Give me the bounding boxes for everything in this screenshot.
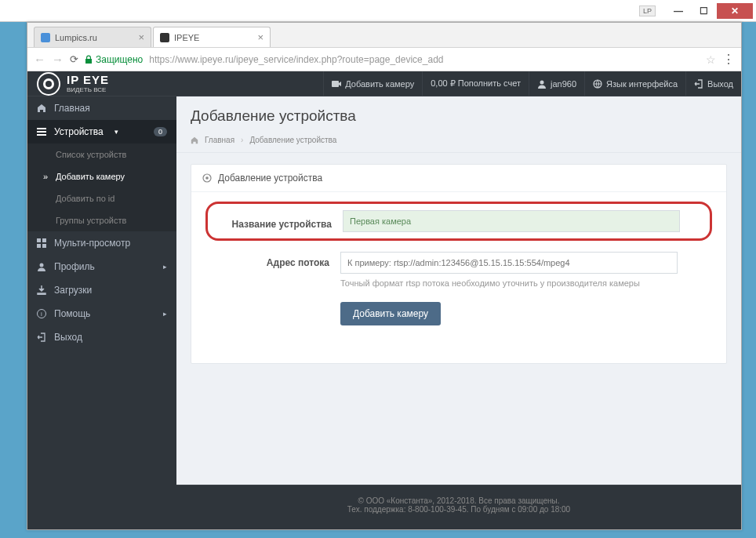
breadcrumb: Главная › Добавление устройства	[176, 131, 741, 153]
home-icon	[191, 136, 198, 144]
url-text[interactable]: https://www.ipeye.ru/ipeye_service/index…	[149, 54, 700, 65]
logo-icon	[37, 72, 60, 96]
svg-point-11	[205, 176, 209, 180]
content-area: Добавление устройства Главная › Добавлен…	[176, 96, 741, 529]
sidebar-item-add-by-id[interactable]: Добавить по id	[27, 187, 176, 209]
sidebar: Главная Устройства ▾ 0 Список устройств …	[27, 96, 176, 529]
svg-point-1	[540, 80, 543, 84]
lp-badge: LP	[639, 5, 656, 16]
logout-icon	[37, 333, 46, 342]
breadcrumb-separator-icon: ›	[241, 136, 243, 144]
logo-text-main: IP EYE	[67, 74, 109, 85]
user-icon	[537, 79, 547, 89]
globe-icon	[593, 79, 602, 89]
breadcrumb-home[interactable]: Главная	[205, 136, 234, 144]
topbar-user[interactable]: jan960	[529, 71, 584, 96]
topbar-language[interactable]: Язык интерфейса	[584, 71, 685, 96]
sidebar-item-devices[interactable]: Устройства ▾ 0	[27, 120, 176, 144]
secure-label: Защищено	[96, 54, 143, 65]
tab-title: IPEYE	[174, 33, 199, 42]
device-name-input[interactable]	[343, 210, 680, 232]
svg-rect-5	[37, 244, 41, 248]
window-titlebar: LP — ☐ ✕	[0, 0, 756, 22]
home-icon	[37, 104, 46, 113]
footer-copyright: © ООО «Константа», 2012-2018. Все права …	[176, 496, 741, 505]
form-panel: Добавление устройства Название устройств…	[191, 164, 727, 364]
highlighted-field-callout: Название устройства	[205, 202, 712, 241]
topbar-logout[interactable]: Выход	[685, 71, 741, 96]
camera-icon	[332, 79, 341, 89]
page-root: IP EYE ВИДЕТЬ ВСЕ Добавить камеру 0,00 ₽…	[27, 71, 741, 529]
window-minimize-button[interactable]: —	[667, 3, 690, 19]
sidebar-item-profile[interactable]: Профиль ▸	[27, 255, 176, 278]
stream-hint: Точный формат rtsp потока необходимо уто…	[340, 278, 678, 288]
browser-menu-icon[interactable]: ⋮	[722, 52, 735, 67]
topbar-balance[interactable]: 0,00 ₽ Пополнить счет	[422, 71, 529, 96]
device-name-label: Название устройства	[217, 213, 343, 230]
sidebar-item-home[interactable]: Главная	[27, 96, 176, 120]
favicon-icon	[160, 33, 169, 42]
footer-support: Тех. поддержка: 8-800-100-39-45. По будн…	[176, 505, 741, 514]
sidebar-item-help[interactable]: i Помощь ▸	[27, 302, 176, 325]
panel-header: Добавление устройства	[191, 165, 726, 192]
panel-title: Добавление устройства	[218, 173, 322, 184]
download-icon	[37, 285, 46, 295]
add-camera-button[interactable]: Добавить камеру	[340, 302, 441, 325]
logout-icon	[694, 79, 703, 89]
tab-ipeye[interactable]: IPEYE ×	[153, 27, 271, 47]
page-header: Добавление устройства	[176, 96, 741, 131]
window-maximize-button[interactable]: ☐	[692, 3, 715, 19]
window-close-button[interactable]: ✕	[717, 3, 753, 19]
sidebar-item-multiview[interactable]: Мульти-просмотр	[27, 231, 176, 255]
tab-lumpics[interactable]: Lumpics.ru ×	[34, 27, 151, 47]
chevron-right-icon: ▸	[163, 263, 167, 271]
logo-text-sub: ВИДЕТЬ ВСЕ	[67, 87, 109, 93]
topbar-add-camera[interactable]: Добавить камеру	[323, 71, 422, 96]
reload-icon[interactable]: ⟳	[70, 53, 78, 65]
svg-rect-4	[42, 238, 46, 242]
svg-rect-6	[42, 244, 46, 248]
browser-window: Lumpics.ru × IPEYE × ← → ⟳ Защищено http…	[27, 22, 742, 530]
nav-back-icon[interactable]: ←	[34, 53, 45, 66]
site-logo[interactable]: IP EYE ВИДЕТЬ ВСЕ	[27, 72, 176, 96]
devices-count-badge: 0	[154, 127, 167, 136]
favicon-icon	[41, 33, 50, 42]
nav-forward-icon[interactable]: →	[52, 53, 64, 66]
page-footer: © ООО «Константа», 2012-2018. Все права …	[176, 485, 741, 529]
sidebar-item-device-list[interactable]: Список устройств	[27, 144, 176, 165]
svg-text:i: i	[41, 311, 42, 318]
sidebar-item-downloads[interactable]: Загрузки	[27, 278, 176, 302]
chevron-right-icon: ▸	[163, 310, 167, 318]
list-icon	[37, 127, 46, 136]
user-icon	[37, 262, 46, 271]
lock-icon	[85, 55, 93, 64]
site-topbar: IP EYE ВИДЕТЬ ВСЕ Добавить камеру 0,00 ₽…	[27, 71, 741, 96]
tab-close-icon[interactable]: ×	[138, 31, 144, 43]
bookmark-star-icon[interactable]: ☆	[706, 53, 716, 66]
secure-indicator[interactable]: Защищено	[85, 54, 143, 65]
stream-address-label: Адрес потока	[215, 252, 340, 268]
stream-address-input[interactable]	[340, 252, 678, 274]
info-icon: i	[37, 309, 46, 318]
sidebar-item-exit[interactable]: Выход	[27, 325, 176, 349]
tab-title: Lumpics.ru	[55, 33, 97, 42]
chevron-down-icon: ▾	[114, 128, 118, 136]
tab-close-icon[interactable]: ×	[257, 31, 264, 43]
svg-rect-0	[332, 81, 339, 87]
address-bar: ← → ⟳ Защищено https://www.ipeye.ru/ipey…	[27, 48, 741, 71]
grid-icon	[37, 238, 46, 248]
gear-icon	[202, 173, 212, 183]
tab-strip: Lumpics.ru × IPEYE ×	[27, 23, 741, 48]
page-title: Добавление устройства	[191, 107, 727, 125]
sidebar-item-add-camera[interactable]: Добавить камеру	[27, 165, 176, 187]
breadcrumb-current: Добавление устройства	[249, 136, 336, 144]
svg-point-7	[40, 264, 44, 267]
sidebar-item-device-groups[interactable]: Группы устройств	[27, 209, 176, 231]
svg-rect-3	[37, 238, 41, 242]
